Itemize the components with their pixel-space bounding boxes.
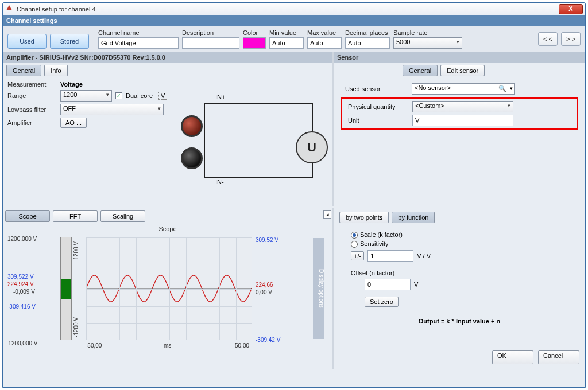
- physical-quantity-select[interactable]: <Custom>: [412, 101, 513, 112]
- ao-button[interactable]: AO ...: [60, 118, 87, 128]
- decimal-places-label: Decimal places: [345, 29, 390, 36]
- scope-title: Scope: [5, 225, 330, 232]
- bar-bot-label: -1200 V: [73, 317, 79, 337]
- y-min-label: -1200,000 V: [6, 340, 38, 346]
- close-button[interactable]: X: [559, 4, 583, 14]
- x-unit-label: ms: [164, 342, 171, 349]
- r-bot-label: -309,42 V: [256, 337, 280, 343]
- unit-input[interactable]: [412, 115, 513, 126]
- offset-unit-label: V: [414, 281, 418, 288]
- offset-label: Offset (n factor): [351, 270, 568, 276]
- connector-negative: [181, 147, 203, 169]
- k-unit-label: V / V: [417, 252, 431, 259]
- scale-k-label: Scale (k factor): [360, 231, 403, 238]
- max-value-label: Max value: [307, 29, 342, 36]
- tab-info[interactable]: Info: [44, 65, 67, 76]
- channel-settings-header: Channel settings: [3, 15, 585, 26]
- range-select[interactable]: 1200: [60, 90, 112, 102]
- tab-fft[interactable]: FFT: [53, 210, 98, 222]
- sensor-header: Sensor: [334, 52, 585, 63]
- dual-core-label: Dual core: [126, 92, 153, 99]
- stored-button[interactable]: Stored: [50, 34, 89, 49]
- ok-button[interactable]: OK: [492, 350, 533, 364]
- pm-button[interactable]: +/-: [351, 251, 364, 260]
- tab-scaling[interactable]: Scaling: [100, 210, 145, 222]
- k-value-input[interactable]: [368, 250, 413, 262]
- measurement-value: Voltage: [60, 81, 83, 88]
- collapse-toggle[interactable]: ◂: [323, 210, 331, 219]
- x-right-label: 50,00: [235, 342, 249, 349]
- mean-big-label: 224,924 V: [7, 281, 34, 287]
- peak-pos-label: 309,522 V: [7, 274, 34, 280]
- wiring-diagram: IN+ IN- U: [175, 92, 330, 207]
- dual-core-checkbox[interactable]: ✓: [115, 92, 122, 99]
- peak-neg-label: -309,416 V: [7, 303, 36, 310]
- r-top-label: 309,52 V: [256, 237, 278, 243]
- mean-small-label: -0,009 V: [13, 288, 35, 295]
- decimal-places-input[interactable]: [345, 37, 390, 49]
- amplifier-header: Amplifier - SIRIUS-HVv2 SNr:D007D55370 R…: [3, 52, 332, 63]
- sample-rate-select[interactable]: 5000: [393, 37, 462, 49]
- tab-general[interactable]: General: [6, 65, 41, 76]
- unit-label: Unit: [348, 117, 409, 124]
- titlebar: Channel setup for channel 4 X: [3, 3, 585, 15]
- channel-name-label: Channel name: [98, 29, 179, 36]
- tab-by-function[interactable]: by function: [392, 212, 435, 223]
- lowpass-select[interactable]: OFF: [60, 104, 164, 115]
- used-button[interactable]: Used: [7, 34, 47, 49]
- search-icon: 🔍: [498, 85, 506, 92]
- cancel-button[interactable]: Cancel: [538, 350, 579, 364]
- in-plus-label: IN+: [215, 93, 225, 100]
- display-options-toggle[interactable]: Display options: [313, 238, 324, 339]
- amplifier-label: Amplifier: [7, 119, 57, 126]
- description-input[interactable]: [182, 37, 239, 49]
- tab-scope[interactable]: Scope: [5, 210, 50, 222]
- y-max-label: 1200,000 V: [7, 236, 37, 242]
- min-value-label: Min value: [269, 29, 304, 36]
- scope-plot: [86, 237, 252, 340]
- offset-input[interactable]: [365, 279, 411, 290]
- x-left-label: -50,00: [86, 342, 102, 349]
- in-minus-label: IN-: [215, 178, 224, 185]
- prev-channel-button[interactable]: < <: [538, 32, 558, 46]
- max-value-input[interactable]: [307, 37, 342, 49]
- min-value-input[interactable]: [269, 37, 304, 49]
- range-label: Range: [7, 92, 57, 99]
- physical-quantity-label: Physical quantity: [348, 103, 409, 110]
- channel-name-input[interactable]: [98, 37, 179, 49]
- sensitivity-label: Sensitivity: [360, 240, 389, 247]
- set-zero-button[interactable]: Set zero: [365, 297, 399, 307]
- r-mid2-label: 0,00 V: [256, 289, 272, 295]
- sensor-tab-general[interactable]: General: [403, 65, 438, 76]
- sample-rate-label: Sample rate: [393, 29, 462, 36]
- used-sensor-label: Used sensor: [345, 85, 408, 92]
- color-swatch[interactable]: [243, 37, 266, 49]
- sensor-tab-edit[interactable]: Edit sensor: [440, 65, 485, 76]
- description-label: Description: [182, 29, 239, 36]
- radio-scale-k[interactable]: [351, 232, 358, 239]
- lowpass-label: Lowpass filter: [7, 106, 57, 113]
- color-label: Color: [243, 29, 266, 36]
- next-channel-button[interactable]: > >: [561, 32, 581, 46]
- tab-two-points[interactable]: by two points: [339, 212, 389, 223]
- meter-symbol: U: [296, 131, 328, 163]
- level-bar: [60, 237, 72, 340]
- r-mid1-label: 224,66: [256, 282, 273, 288]
- measurement-label: Measurement: [7, 81, 57, 88]
- bar-top-label: 1200 V: [73, 241, 79, 260]
- app-icon: [5, 5, 13, 13]
- used-sensor-select[interactable]: <No sensor> 🔍: [412, 83, 515, 95]
- connector-positive: [181, 115, 203, 137]
- dual-core-unit: V: [158, 92, 167, 100]
- window-title: Channel setup for channel 4: [17, 6, 96, 13]
- radio-sensitivity[interactable]: [351, 241, 358, 248]
- output-formula: Output = k * Input value + n: [351, 318, 568, 325]
